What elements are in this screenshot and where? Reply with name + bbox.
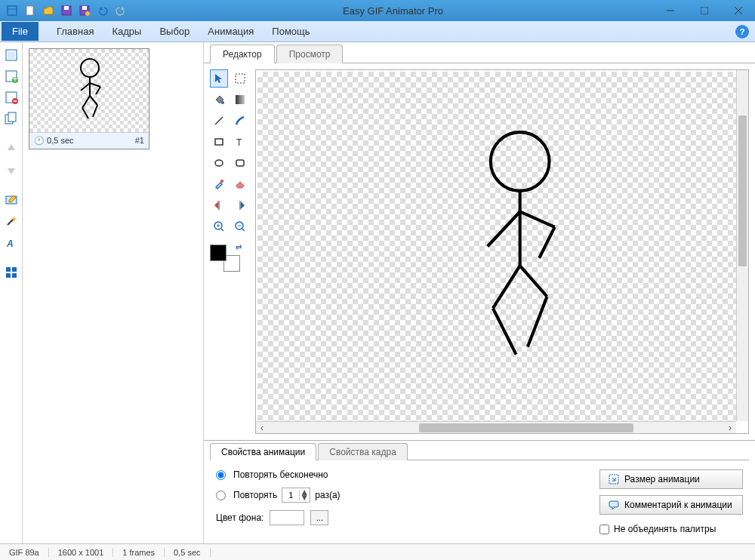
quick-access-toolbar bbox=[0, 3, 133, 18]
svg-rect-44 bbox=[236, 160, 244, 166]
editor-tabs: Редактор Просмотр bbox=[204, 42, 755, 63]
properties-panel: Свойства анимации Свойства кадра Повторя… bbox=[204, 440, 755, 543]
ellipse-tool-icon[interactable] bbox=[210, 154, 228, 172]
edit-frame-icon[interactable] bbox=[3, 192, 20, 208]
swap-colors-icon[interactable]: ⇄ bbox=[236, 243, 242, 251]
scroll-left-icon[interactable]: ‹ bbox=[256, 423, 268, 433]
line-tool-icon[interactable] bbox=[210, 112, 228, 130]
svg-line-60 bbox=[493, 266, 520, 308]
duplicate-frame-icon[interactable] bbox=[3, 110, 20, 127]
menu-main[interactable]: Главная bbox=[48, 23, 103, 40]
color-swatch[interactable]: ⇄ bbox=[210, 245, 240, 272]
marquee-tool-icon[interactable] bbox=[231, 69, 249, 88]
menu-help[interactable]: Помощь bbox=[263, 23, 319, 40]
svg-rect-21 bbox=[8, 112, 16, 122]
eraser-tool-icon[interactable] bbox=[231, 175, 249, 193]
help-icon[interactable]: ? bbox=[735, 25, 749, 38]
qa-new-icon[interactable] bbox=[23, 3, 38, 18]
move-down-icon[interactable] bbox=[3, 162, 20, 178]
app-title: Easy GIF Animator Pro bbox=[133, 5, 653, 17]
grid-view-icon[interactable] bbox=[3, 264, 20, 281]
qa-properties-icon[interactable] bbox=[5, 3, 20, 18]
svg-rect-37 bbox=[236, 74, 245, 83]
bg-color-browse-button[interactable]: ... bbox=[310, 510, 328, 525]
repeat-infinite-radio[interactable]: Повторять бесконечно bbox=[216, 469, 341, 480]
svg-line-36 bbox=[93, 105, 97, 117]
svg-line-63 bbox=[528, 297, 547, 346]
pointer-tool-icon[interactable] bbox=[210, 69, 228, 88]
svg-rect-65 bbox=[609, 501, 618, 507]
qa-redo-icon[interactable] bbox=[113, 3, 128, 18]
horizontal-scrollbar[interactable]: ‹ › bbox=[256, 421, 736, 433]
animation-comment-button[interactable]: Комментарий к анимации bbox=[599, 495, 743, 515]
rounded-rect-tool-icon[interactable] bbox=[231, 154, 249, 172]
frame-duration: 🕐 0,5 sec bbox=[34, 136, 74, 146]
tab-preview[interactable]: Просмотр bbox=[276, 45, 344, 63]
svg-line-34 bbox=[82, 108, 88, 118]
comment-icon bbox=[608, 499, 620, 511]
file-menu-button[interactable]: File bbox=[2, 22, 39, 41]
svg-rect-41 bbox=[215, 139, 223, 145]
move-up-icon[interactable] bbox=[3, 140, 20, 157]
menu-selection[interactable]: Выбор bbox=[150, 23, 199, 40]
svg-point-38 bbox=[221, 101, 224, 104]
zoom-in-tool-icon[interactable] bbox=[210, 217, 228, 235]
no-merge-palettes-checkbox[interactable]: Не объединять палитры bbox=[599, 524, 716, 534]
frame-index: #1 bbox=[135, 136, 144, 146]
gradient-tool-icon[interactable] bbox=[231, 91, 249, 109]
frame-panel: 🕐 0,5 sec #1 bbox=[23, 42, 204, 543]
qa-undo-icon[interactable] bbox=[95, 3, 110, 18]
bg-color-preview[interactable] bbox=[270, 510, 304, 525]
add-frame-blank-icon[interactable] bbox=[3, 47, 20, 63]
zoom-out-tool-icon[interactable] bbox=[231, 217, 249, 235]
tab-frame-properties[interactable]: Свойства кадра bbox=[318, 443, 408, 460]
wizard-icon[interactable] bbox=[3, 213, 20, 229]
foreground-color[interactable] bbox=[210, 245, 226, 261]
scroll-right-icon[interactable]: › bbox=[724, 423, 736, 433]
svg-rect-27 bbox=[12, 273, 17, 278]
delete-frame-icon[interactable] bbox=[3, 89, 20, 106]
menu-frames[interactable]: Кадры bbox=[103, 23, 150, 40]
maximize-button[interactable] bbox=[687, 0, 721, 21]
svg-line-62 bbox=[520, 266, 547, 297]
svg-rect-39 bbox=[236, 95, 245, 104]
svg-line-59 bbox=[539, 227, 554, 258]
svg-point-28 bbox=[81, 59, 99, 77]
add-frame-icon[interactable]: + bbox=[3, 68, 20, 85]
close-button[interactable] bbox=[721, 0, 755, 21]
svg-line-49 bbox=[221, 229, 223, 231]
repeat-label: Повторять bbox=[233, 490, 277, 500]
svg-rect-25 bbox=[12, 267, 17, 272]
tab-animation-properties[interactable]: Свойства анимации bbox=[210, 443, 316, 460]
tab-editor[interactable]: Редактор bbox=[210, 45, 275, 63]
qa-save-icon[interactable] bbox=[59, 3, 74, 18]
statusbar: GIF 89a 1600 x 1001 1 frames 0,5 sec bbox=[0, 543, 755, 560]
rect-tool-icon[interactable] bbox=[210, 133, 228, 151]
menu-animation[interactable]: Анимация bbox=[199, 23, 263, 40]
frame-thumbnail[interactable]: 🕐 0,5 sec #1 bbox=[29, 48, 149, 149]
no-merge-palettes-label: Не объединять палитры bbox=[614, 524, 716, 534]
flip-h-tool-icon[interactable] bbox=[210, 196, 228, 214]
repeat-count-radio[interactable]: Повторять bbox=[216, 490, 277, 500]
qa-saveas-icon[interactable] bbox=[77, 3, 92, 18]
spin-down-icon[interactable]: ▼ bbox=[300, 495, 310, 500]
repeat-unit-label: раз(а) bbox=[315, 490, 340, 500]
flip-v-tool-icon[interactable] bbox=[231, 196, 249, 214]
eyedropper-tool-icon[interactable] bbox=[210, 175, 228, 193]
text-tool-icon[interactable]: A bbox=[3, 234, 20, 251]
svg-line-35 bbox=[90, 96, 97, 105]
text-draw-tool-icon[interactable]: T bbox=[231, 133, 249, 151]
bucket-tool-icon[interactable] bbox=[210, 91, 228, 109]
animation-comment-label: Комментарий к анимации bbox=[624, 500, 732, 510]
minimize-button[interactable] bbox=[653, 0, 687, 21]
svg-line-57 bbox=[488, 211, 520, 246]
vertical-scrollbar[interactable] bbox=[736, 70, 748, 421]
svg-point-7 bbox=[85, 11, 90, 16]
repeat-count-spinner[interactable]: ▲▼ bbox=[282, 488, 310, 503]
qa-open-icon[interactable] bbox=[41, 3, 56, 18]
canvas[interactable] bbox=[257, 72, 736, 421]
brush-tool-icon[interactable] bbox=[231, 112, 249, 130]
repeat-count-input[interactable] bbox=[282, 491, 299, 500]
svg-line-40 bbox=[215, 117, 223, 125]
animation-size-button[interactable]: Размер анимации bbox=[599, 469, 743, 489]
